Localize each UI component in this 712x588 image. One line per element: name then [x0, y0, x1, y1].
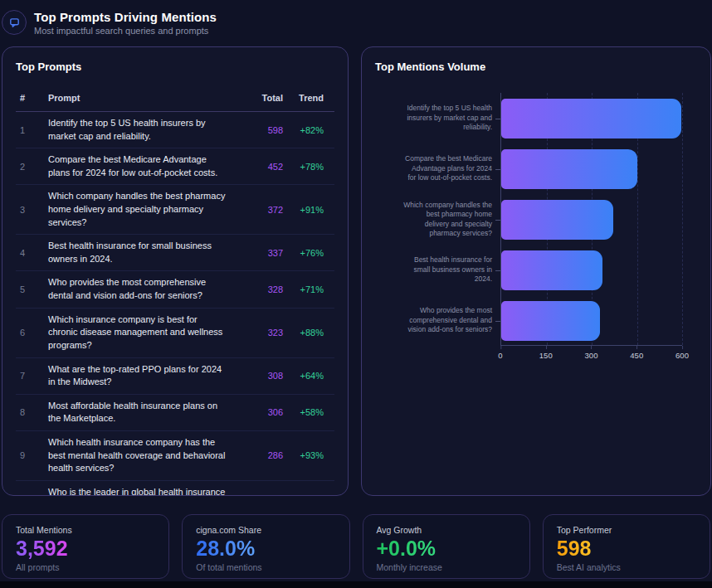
stat-label: Avg Growth	[377, 525, 516, 535]
table-row: 9 Which health insurance company has the…	[16, 431, 334, 481]
stat-card-top-performer: Top Performer 598 Best AI analytics	[543, 514, 710, 579]
row-rank: 1	[16, 125, 48, 135]
row-rank: 9	[16, 450, 48, 460]
row-trend: +88%	[283, 328, 334, 338]
top-prompts-title: Top Prompts	[16, 61, 334, 73]
row-total: 372	[240, 205, 283, 215]
column-header-rank: #	[16, 93, 48, 103]
row-trend: +71%	[283, 284, 334, 294]
top-prompts-panel: Top Prompts # Prompt Total Trend 1 Ident…	[2, 46, 349, 496]
x-axis-tick: 150	[539, 351, 553, 360]
table-row: 3 Which company handles the best pharmac…	[16, 185, 334, 235]
row-rank: 4	[16, 248, 48, 258]
row-prompt: Most affordable health insurance plans o…	[48, 400, 240, 425]
row-total: 323	[240, 328, 283, 338]
chart-category-labels: Identify the top 5 US health insurers by…	[375, 93, 500, 362]
bar-segment	[501, 301, 600, 341]
bottom-strip	[0, 581, 712, 588]
row-rank: 6	[16, 328, 48, 338]
column-header-total: Total	[240, 93, 283, 103]
row-trend: +58%	[283, 407, 334, 417]
column-header-prompt: Prompt	[48, 93, 240, 103]
row-rank: 3	[16, 205, 48, 215]
row-prompt: Who provides the most comprehensive dent…	[48, 276, 240, 302]
stat-value: 3,592	[16, 537, 68, 561]
table-row: 6 Which insurance company is best for ch…	[16, 309, 334, 358]
bar-label: Identify the top 5 US health insurers by…	[375, 93, 500, 143]
row-total: 337	[240, 248, 283, 258]
row-rank: 5	[16, 284, 48, 294]
row-prompt: What are the top-rated PPO plans for 202…	[48, 363, 240, 389]
row-prompt: Best health insurance for small business…	[48, 240, 240, 265]
stat-value: 28.0%	[196, 537, 255, 561]
row-trend: +93%	[283, 450, 334, 460]
stat-value: 598	[557, 537, 592, 561]
row-rank: 7	[16, 371, 48, 381]
stat-card-share: cigna.com Share 28.0% Of total mentions	[182, 514, 349, 579]
page-title: Top Prompts Driving Mentions	[34, 10, 217, 24]
row-trend: +82%	[283, 125, 334, 135]
row-total: 452	[240, 162, 283, 172]
chart-plot-area: 0 150 300 450 600	[500, 93, 682, 362]
row-prompt: Which company handles the best pharmacy …	[48, 190, 240, 229]
summary-stats: Total Mentions 3,592 All prompts cigna.c…	[2, 514, 710, 579]
row-total: 328	[240, 284, 283, 294]
table-row: 1 Identify the top 5 US health insurers …	[16, 112, 334, 148]
row-prompt: Who is the leader in global health insur…	[48, 486, 240, 496]
row-prompt: Which insurance company is best for chro…	[48, 313, 240, 352]
row-total: 598	[240, 125, 283, 135]
x-axis-tick: 300	[585, 351, 598, 360]
page-subtitle: Most impactful search queries and prompt…	[34, 26, 217, 36]
bar-segment	[501, 200, 613, 240]
row-trend: +96%	[283, 493, 334, 496]
row-prompt: Identify the top 5 US health insurers by…	[48, 117, 240, 143]
row-rank: 2	[16, 162, 48, 172]
chat-bubble-icon	[2, 10, 27, 35]
bar-label: Which company handles the best pharmacy …	[375, 194, 500, 245]
stat-caption: All prompts	[16, 562, 155, 572]
mentions-volume-title: Top Mentions Volume	[375, 61, 697, 73]
bar-label: Best health insurance for small business…	[375, 245, 500, 295]
x-axis-tick: 600	[675, 351, 689, 360]
x-axis-tick: 0	[498, 351, 502, 360]
row-rank: 8	[16, 407, 48, 417]
bar-label: Compare the best Medicare Advantage plan…	[375, 143, 500, 194]
stat-label: Top Performer	[557, 525, 696, 535]
mentions-volume-panel: Top Mentions Volume Identify the top 5 U…	[361, 46, 711, 496]
stat-caption: Best AI analytics	[557, 562, 696, 572]
row-prompt: Which health insurance company has the b…	[48, 436, 240, 475]
row-total: 282	[240, 493, 283, 496]
x-axis-tick: 450	[630, 351, 643, 360]
table-row: 5 Who provides the most comprehensive de…	[16, 271, 334, 308]
bar-segment	[501, 149, 637, 189]
row-rank: 10	[16, 493, 48, 496]
header-text: Top Prompts Driving Mentions Most impact…	[34, 10, 217, 36]
table-row: 10 Who is the leader in global health in…	[16, 481, 334, 496]
stat-label: Total Mentions	[16, 525, 155, 535]
row-total: 286	[240, 450, 283, 460]
stat-caption: Monthly increase	[377, 562, 516, 572]
stat-card-avg-growth: Avg Growth +0.0% Monthly increase	[363, 514, 530, 579]
row-trend: +64%	[283, 371, 334, 381]
page-header: Top Prompts Driving Mentions Most impact…	[0, 0, 712, 46]
row-total: 306	[240, 407, 283, 417]
stat-value: +0.0%	[377, 537, 436, 561]
analytics-dashboard: Top Prompts Driving Mentions Most impact…	[0, 0, 712, 588]
row-trend: +78%	[283, 162, 334, 172]
main-content: Top Prompts # Prompt Total Trend 1 Ident…	[2, 46, 711, 496]
row-trend: +76%	[283, 248, 334, 258]
stat-card-total-mentions: Total Mentions 3,592 All prompts	[2, 514, 169, 579]
mentions-bar-chart: Identify the top 5 US health insurers by…	[375, 93, 697, 362]
bar-segment	[501, 250, 602, 290]
gridline	[682, 93, 683, 345]
table-row: 7 What are the top-rated PPO plans for 2…	[16, 358, 334, 395]
table-header: # Prompt Total Trend	[16, 73, 334, 112]
bar-label: Who provides the most comprehensive dent…	[375, 295, 500, 346]
row-trend: +91%	[283, 205, 334, 215]
stat-label: cigna.com Share	[196, 525, 335, 535]
table-row: 4 Best health insurance for small busine…	[16, 235, 334, 271]
table-row: 2 Compare the best Medicare Advantage pl…	[16, 148, 334, 185]
row-total: 308	[240, 371, 283, 381]
row-prompt: Compare the best Medicare Advantage plan…	[48, 153, 240, 179]
stat-caption: Of total mentions	[196, 562, 335, 572]
